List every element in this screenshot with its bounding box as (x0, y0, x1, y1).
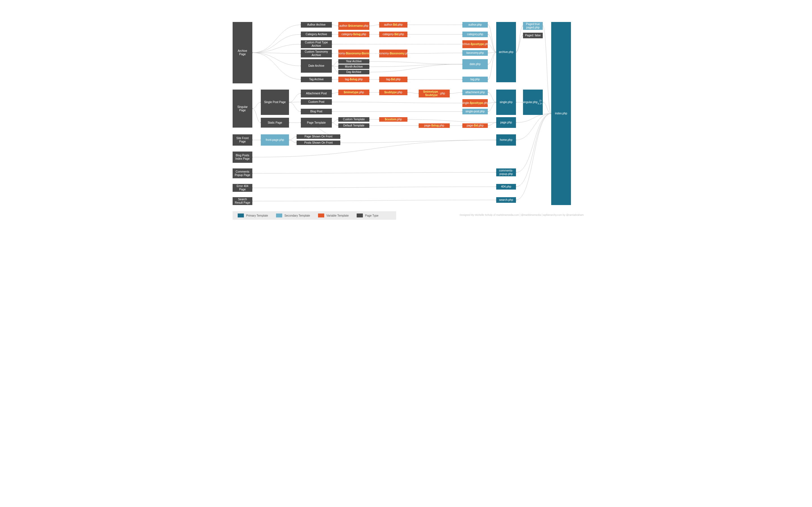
category-id: category-$id.php (379, 32, 407, 37)
legend-secondary: Secondary Template (276, 214, 310, 217)
front-page-php: front-page.php (261, 134, 289, 146)
single-posttype: single-$posttype.php (462, 99, 488, 107)
author-nicename: author-$nicename.php (338, 22, 369, 30)
credit-text: Designed By Michelle Schulp of marktimem… (460, 214, 583, 216)
site-front-page: Site Front Page (233, 134, 252, 146)
tag-slug: tag-$slug.php (338, 76, 369, 82)
custom-template: Custom Template (338, 117, 369, 122)
page-php: page.php (496, 117, 516, 128)
404-php: 404.php (496, 184, 516, 189)
page-template: Page Template (301, 118, 332, 128)
legend-primary: Primary Template (238, 214, 268, 217)
comments-popup-page: Comments Popup Page (233, 168, 252, 178)
category-archive: Category Archive (301, 32, 332, 37)
comments-popup-php: comments-popup.php (496, 168, 516, 176)
cpt-archive: Custom Post Type Archive (301, 40, 332, 48)
date-php: date.php (462, 59, 488, 69)
page-slug: page-$slug.php (419, 123, 450, 128)
blog-post: Blog Post (301, 109, 332, 114)
legend: Primary Template Secondary Template Vari… (233, 211, 396, 220)
author-archive: Author Archive (301, 22, 332, 27)
singular-php: singular.php(v 4.3+) (523, 90, 543, 115)
index-php: index.php (551, 22, 571, 205)
legend-variable: Variable Template (318, 214, 349, 217)
author-php: author.php (462, 22, 488, 27)
paged-true: Paged:truepaged.php (523, 22, 543, 30)
blog-posts-index-page: Blog Posts Index Page (233, 152, 252, 163)
tag-archive: Tag Archive (301, 76, 332, 82)
custom-taxonomy-archive: Custom Taxonomy Archive (301, 50, 332, 57)
single-post-page: Single Post Page (261, 90, 289, 115)
posts-shown-on-front: Posts Shown On Front (297, 140, 340, 145)
attachment-php: attachment.php (462, 90, 488, 95)
archive-php: archive.php (496, 22, 516, 82)
search-result-page: Search Result Page (233, 197, 252, 205)
day-archive: Day Archive (338, 70, 369, 74)
home-php: home.php (496, 134, 516, 146)
category-slug: category-$slug.php (338, 32, 369, 37)
subtype-php: $subtype.php (379, 90, 407, 95)
error-404-page: Error 404 Page (233, 184, 252, 192)
tag-php: tag.php (462, 76, 488, 82)
paged-false: Paged: false (523, 33, 543, 38)
mimetype-subtype-php: $mimetype_$subtype.php (419, 90, 450, 98)
year-archive: Year Archive (338, 59, 369, 64)
single-php: single.php (496, 90, 516, 115)
month-archive: Month Archive (338, 64, 369, 69)
page-id: page-$id.php (462, 123, 488, 128)
default-template: Default Template (338, 123, 369, 128)
author-id: author-$id.php (379, 22, 407, 27)
custom-php: $custom.php (379, 117, 407, 122)
archive-page: Archive Page (233, 22, 252, 83)
taxonomy-term: taxonomy-$taxonomy-$term.php (338, 50, 369, 57)
custom-post: Custom Post (301, 99, 332, 105)
taxonomy-taxonomy: taxonomy-$taxonomy.php (379, 50, 407, 57)
static-page: Static Page (261, 118, 289, 128)
archive-posttype: archive-$posttype.php (462, 40, 488, 48)
category-php: category.php (462, 32, 488, 37)
single-post-php: single-post.php (462, 109, 488, 114)
legend-pagetype: Page Type (357, 214, 378, 217)
singular-page: Singular Page (233, 90, 252, 128)
taxonomy-php: taxonomy.php (462, 50, 488, 56)
tag-id: tag-$id.php (379, 76, 407, 82)
date-archive: Date Archive (301, 59, 332, 73)
mimetype-php: $mimetype.php (338, 90, 369, 95)
attachment-post: Attachment Post (301, 90, 332, 98)
page-shown-on-front: Page Shown On Front (297, 134, 340, 139)
search-php: search.php (496, 197, 516, 203)
